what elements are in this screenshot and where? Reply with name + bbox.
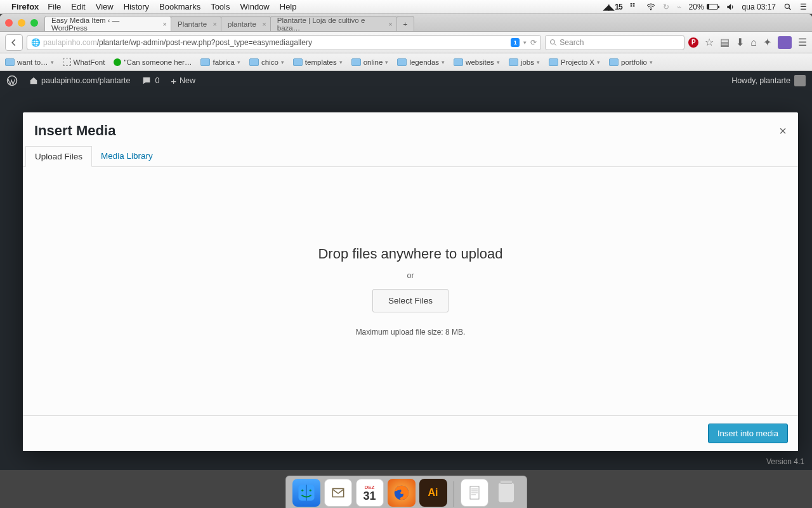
- close-icon[interactable]: ×: [163, 20, 167, 28]
- bookmark-folder[interactable]: websites▾: [454, 58, 500, 66]
- onepassword-icon[interactable]: 1: [511, 38, 520, 47]
- colorpicker-icon[interactable]: [778, 36, 792, 49]
- svg-point-5: [301, 490, 303, 491]
- tab-media-library[interactable]: Media Library: [92, 146, 162, 167]
- spotlight-icon[interactable]: [783, 3, 792, 11]
- home-icon[interactable]: ⌂: [750, 37, 757, 48]
- insert-media-modal: Insert Media × Upload Files Media Librar…: [23, 112, 798, 451]
- bookmark-folder[interactable]: Projecto X▾: [549, 58, 600, 66]
- downloads-icon[interactable]: ⬇: [736, 36, 744, 48]
- menu-history[interactable]: History: [124, 2, 149, 11]
- tab-upload-files[interactable]: Upload Files: [25, 146, 92, 167]
- timemachine-icon[interactable]: ↻: [663, 3, 669, 11]
- firefox-window: Easy Media Item ‹ — WordPress× Plantarte…: [0, 14, 812, 470]
- bookmark-folder[interactable]: portfolio▾: [609, 58, 653, 66]
- dock-finder-icon[interactable]: [292, 479, 320, 507]
- bookmark-folder[interactable]: online▾: [351, 58, 389, 66]
- menu-tools[interactable]: Tools: [211, 2, 230, 11]
- window-zoom[interactable]: [30, 19, 38, 27]
- tab-strip: Easy Media Item ‹ — WordPress× Plantarte…: [0, 14, 812, 32]
- back-button[interactable]: [5, 34, 23, 51]
- menu-bookmarks[interactable]: Bookmarks: [159, 2, 200, 11]
- wp-comments[interactable]: 0: [141, 76, 159, 86]
- macos-dock: DEZ31 Ai: [0, 470, 812, 508]
- bookmark-item[interactable]: WhatFont: [63, 58, 105, 66]
- clock[interactable]: qua 03:17: [742, 3, 776, 11]
- search-field[interactable]: Search: [545, 35, 684, 50]
- close-icon[interactable]: ×: [262, 20, 266, 28]
- bookmark-folder[interactable]: legendas▾: [397, 58, 445, 66]
- insert-into-media-button[interactable]: Insert into media: [708, 424, 788, 443]
- notification-center-icon[interactable]: ☰: [800, 3, 807, 11]
- dock-illustrator-icon[interactable]: Ai: [419, 479, 447, 507]
- svg-point-6: [309, 490, 311, 491]
- wp-logo[interactable]: [6, 75, 18, 86]
- svg-rect-7: [332, 489, 343, 497]
- menu-view[interactable]: View: [96, 2, 114, 11]
- bluetooth-icon[interactable]: ⌁: [677, 3, 681, 11]
- bookmark-folder[interactable]: want to…▾: [5, 58, 54, 66]
- address-bar[interactable]: 🌐 paulapinho.com/plantarte/wp-admin/post…: [27, 35, 541, 50]
- pinterest-icon[interactable]: P: [688, 37, 698, 48]
- wifi-icon[interactable]: [646, 3, 655, 11]
- select-files-button[interactable]: Select Files: [372, 289, 449, 312]
- tab[interactable]: Plantarte×: [171, 16, 221, 31]
- wp-admin-bar: paulapinho.com/plantarte 0 +New Howdy, p…: [0, 71, 812, 90]
- menu-edit[interactable]: Edit: [71, 2, 85, 11]
- svg-point-2: [551, 39, 555, 44]
- bookmark-item[interactable]: "Can someone her…: [114, 58, 192, 66]
- dock-mail-icon[interactable]: [324, 479, 352, 507]
- reload-icon[interactable]: ⟳: [530, 38, 537, 47]
- or-divider: or: [407, 271, 414, 280]
- bookmarks-toolbar: want to…▾ WhatFont "Can someone her… fab…: [0, 53, 812, 71]
- dock-trash-icon[interactable]: [492, 479, 520, 507]
- close-icon[interactable]: ×: [388, 20, 392, 28]
- max-upload-msg: Maximum upload file size: 8 MB.: [356, 328, 466, 337]
- dropbox-icon[interactable]: [630, 3, 639, 11]
- wp-new[interactable]: +New: [171, 76, 195, 86]
- menu-file[interactable]: File: [48, 2, 61, 11]
- wp-site-link[interactable]: paulapinho.com/plantarte: [29, 76, 130, 85]
- drop-heading: Drop files anywhere to upload: [318, 246, 502, 262]
- bookmark-folder[interactable]: jobs▾: [509, 58, 540, 66]
- addon-icon[interactable]: ✦: [763, 36, 771, 48]
- tab[interactable]: Plantarte | Loja de cultivo e baza…×: [270, 16, 397, 31]
- battery-indicator[interactable]: 20%: [689, 3, 718, 11]
- modal-close-icon[interactable]: ×: [779, 124, 787, 137]
- window-minimize[interactable]: [18, 19, 25, 27]
- svg-point-1: [785, 4, 789, 8]
- dock-firefox-icon[interactable]: [388, 479, 416, 507]
- upload-dropzone[interactable]: Drop files anywhere to upload or Select …: [23, 167, 798, 415]
- dock-calendar-icon[interactable]: DEZ31: [356, 479, 384, 507]
- dock-textedit-icon[interactable]: [461, 479, 488, 507]
- modal-title: Insert Media: [34, 123, 115, 139]
- dock-separator: [454, 481, 454, 507]
- globe-icon: 🌐: [31, 38, 41, 47]
- search-placeholder: Search: [560, 38, 584, 47]
- app-name[interactable]: Firefox: [11, 2, 39, 11]
- modal-tabs: Upload Files Media Library: [23, 145, 798, 167]
- volume-icon[interactable]: [726, 3, 735, 11]
- window-controls: [5, 14, 38, 31]
- macos-menubar: Firefox File Edit View History Bookmarks…: [0, 0, 812, 14]
- wp-version: Version 4.1: [766, 453, 804, 470]
- svg-point-0: [650, 9, 651, 10]
- navigation-toolbar: 🌐 paulapinho.com/plantarte/wp-admin/post…: [0, 32, 812, 53]
- dropdown-icon[interactable]: ▾: [523, 39, 527, 46]
- tab[interactable]: plantarte×: [221, 16, 271, 31]
- new-tab-button[interactable]: +: [396, 16, 414, 31]
- bookmark-folder[interactable]: chico▾: [249, 58, 284, 66]
- reading-list-icon[interactable]: ▤: [720, 36, 730, 48]
- window-close[interactable]: [5, 19, 13, 27]
- bookmark-folder[interactable]: templates▾: [293, 58, 343, 66]
- tab-active[interactable]: Easy Media Item ‹ — WordPress×: [44, 16, 171, 31]
- adobe-cc-icon[interactable]: ◢◣ 15: [603, 3, 622, 11]
- bookmark-folder[interactable]: fabrica▾: [200, 58, 240, 66]
- menu-window[interactable]: Window: [240, 2, 270, 11]
- wp-howdy[interactable]: Howdy, plantarte: [731, 76, 790, 85]
- hamburger-menu-icon[interactable]: ☰: [798, 36, 807, 48]
- bookmark-star-icon[interactable]: ☆: [705, 36, 714, 48]
- menu-help[interactable]: Help: [280, 2, 297, 11]
- avatar[interactable]: [794, 75, 806, 86]
- close-icon[interactable]: ×: [213, 20, 217, 28]
